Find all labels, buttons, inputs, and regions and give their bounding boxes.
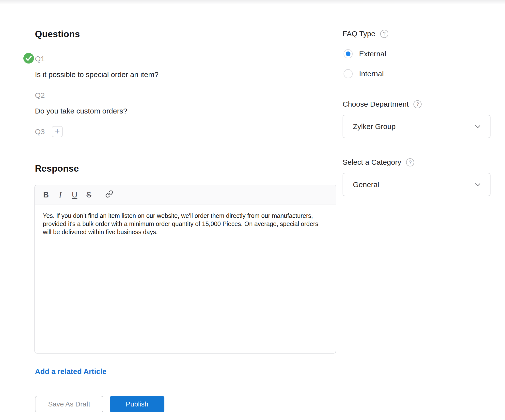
chevron-down-icon [474,181,482,189]
editor-toolbar: B I U S [35,185,336,205]
question-3-row: Q3 + [35,126,63,137]
choose-department-label: Choose Department [343,100,409,108]
question-2-text[interactable]: Do you take custom orders? [35,107,127,115]
faq-type-label: FAQ Type [343,30,375,38]
link-icon [105,190,113,200]
department-field: Choose Department ? [343,100,422,108]
top-header-shadow [0,0,505,4]
category-help-icon[interactable]: ? [406,158,414,166]
question-1-label: Q1 [35,55,45,63]
action-buttons: Save As Draft Publish [35,396,164,412]
category-select[interactable]: General [343,173,490,196]
bold-button[interactable]: B [39,188,53,202]
radio-button-icon [344,49,353,58]
question-1-text[interactable]: Is it possible to special order an item? [35,70,158,79]
radio-button-icon [344,69,353,78]
department-select[interactable]: Zylker Group [343,115,490,138]
strikethrough-button[interactable]: S [82,188,96,202]
response-body-input[interactable]: Yes. If you don’t find an item listen on… [35,205,336,243]
external-radio-label: External [359,50,386,58]
department-help-icon[interactable]: ? [413,100,422,108]
response-text: Yes. If you don’t find an item listen on… [43,212,326,236]
faq-type-external-radio[interactable]: External [344,49,386,58]
questions-section-title: Questions [35,29,80,39]
question-3-label: Q3 [35,128,45,136]
faq-type-internal-radio[interactable]: Internal [344,69,384,78]
insert-link-button[interactable] [102,188,116,202]
add-question-button[interactable]: + [52,126,63,137]
italic-button[interactable]: I [53,188,67,202]
chevron-down-icon [474,123,482,130]
underline-button[interactable]: U [67,188,82,202]
select-category-label: Select a Category [343,158,401,166]
faq-type-field: FAQ Type ? [343,30,388,38]
faq-type-help-icon[interactable]: ? [380,30,388,38]
response-editor: B I U S Yes. If you don’t find an item l… [34,185,336,354]
response-section-title: Response [35,163,79,174]
question-completed-check-icon [23,52,34,64]
category-selected-value: General [353,180,379,189]
question-2-label: Q2 [35,91,45,99]
department-selected-value: Zylker Group [353,122,395,131]
save-as-draft-button[interactable]: Save As Draft [35,396,103,412]
internal-radio-label: Internal [359,70,384,78]
add-related-article-link[interactable]: Add a related Article [35,367,107,376]
publish-button[interactable]: Publish [110,396,164,412]
toolbar-divider [99,189,99,201]
category-field: Select a Category ? [343,158,414,166]
